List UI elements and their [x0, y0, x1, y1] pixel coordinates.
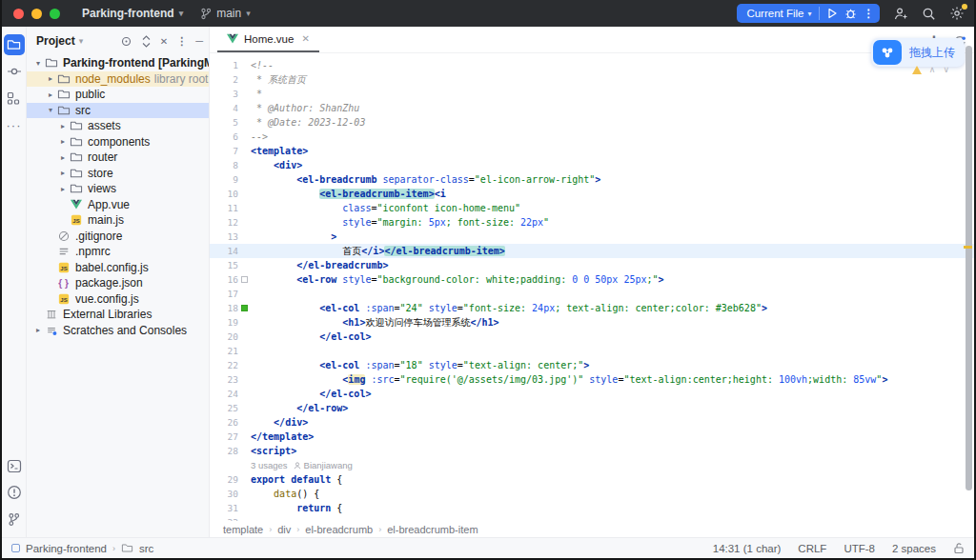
lock-icon[interactable]: [953, 542, 965, 554]
status-utf-8[interactable]: UTF-8: [844, 543, 875, 554]
status-folder: src: [139, 543, 153, 554]
tree-item-external-libraries[interactable]: External Libraries: [27, 307, 209, 323]
tree-item--npmrc[interactable]: .npmrc: [27, 244, 209, 260]
tree-item-components[interactable]: ▸components: [27, 134, 209, 150]
minimize-window-button[interactable]: [31, 9, 42, 19]
line-number: 7: [210, 144, 238, 158]
run-button[interactable]: [826, 8, 838, 19]
maximize-window-button[interactable]: [50, 9, 60, 19]
close-tab-icon[interactable]: ✕: [301, 33, 309, 44]
tree-item-parking-frontend[interactable]: ▾Parking-frontend [ParkingManagerV: [27, 55, 209, 71]
gutter-spacer: [238, 215, 251, 230]
tree-chevron-icon[interactable]: ▸: [57, 122, 69, 130]
close-window-button[interactable]: [13, 9, 24, 19]
status-14-31-1-char-[interactable]: 14:31 (1 char): [713, 543, 782, 554]
expand-collapse-button[interactable]: [141, 35, 152, 48]
panel-options-button[interactable]: ⋮: [176, 35, 187, 48]
code-line-2: 2 * 系统首页: [210, 72, 974, 87]
more-run-options-button[interactable]: ⋮: [864, 7, 875, 20]
tree-item-vue-config-js[interactable]: JSvue.config.js: [27, 291, 209, 308]
status-crlf[interactable]: CRLF: [798, 543, 826, 554]
tree-item-label: .npmrc: [75, 245, 111, 258]
hide-panel-button[interactable]: ─: [195, 35, 203, 47]
code-text: <el-col :span="18" style="text-align: ce…: [251, 358, 974, 372]
module-icon: [11, 544, 20, 552]
prev-problem-icon[interactable]: ∧: [929, 65, 936, 74]
inspections-widget[interactable]: ∧ ∨: [912, 65, 949, 74]
code-text: [251, 344, 974, 358]
tree-item-node-modules[interactable]: ▸node_moduleslibrary root: [27, 71, 209, 88]
tree-item-app-vue[interactable]: App.vue: [27, 197, 209, 213]
debug-button[interactable]: [844, 8, 857, 20]
inlay-hint-row: 3 usagesBianjiawang: [210, 458, 974, 472]
tree-chevron-icon[interactable]: ▾: [32, 59, 44, 68]
settings-button[interactable]: [949, 6, 965, 21]
tree-item-store[interactable]: ▸store: [27, 166, 209, 182]
tree-chevron-icon[interactable]: ▸: [45, 90, 56, 99]
tree-item-src[interactable]: ▾src: [27, 103, 209, 119]
tree-item-scratches-and-consoles[interactable]: ▸Scratches and Consoles: [27, 323, 209, 339]
project-selector[interactable]: Parking-frontend ▾: [73, 0, 192, 27]
warning-stripe-mark[interactable]: [964, 246, 972, 249]
tree-item-babel-config-js[interactable]: JSbabel.config.js: [27, 260, 209, 276]
more-tools-button[interactable]: ···: [4, 114, 25, 135]
gutter-spacer: [238, 87, 251, 101]
commit-tool-button[interactable]: [4, 61, 25, 82]
breadcrumb-el-breadcrumb[interactable]: el-breadcrumb: [305, 524, 373, 535]
status-path[interactable]: Parking-frontend › src: [11, 543, 153, 554]
branch-selector[interactable]: main ▾: [192, 0, 259, 27]
usages-hint[interactable]: 3 usages: [251, 458, 288, 472]
tree-item-package-json[interactable]: { }package.json: [27, 275, 209, 291]
code-text: * @Author: ShanZhu: [251, 101, 974, 115]
tree-chevron-icon[interactable]: ▸: [57, 169, 69, 177]
git-tool-button[interactable]: [4, 509, 25, 530]
text-icon: [58, 246, 70, 257]
drag-upload-overlay[interactable]: 拖拽上传: [871, 38, 965, 67]
tree-item-assets[interactable]: ▸assets: [27, 118, 209, 134]
code-editor[interactable]: 1<!--2 * 系统首页3 *4 * @Author: ShanZhu5 * …: [210, 53, 974, 521]
structure-tool-button[interactable]: [4, 88, 25, 109]
code-line-23: 23 <img :src="require('@/assets/img/03.j…: [210, 372, 974, 387]
scrollbar-thumb[interactable]: [966, 46, 972, 490]
select-opened-file-button[interactable]: [120, 35, 132, 48]
window-controls[interactable]: [2, 9, 73, 19]
project-tool-button[interactable]: [4, 34, 25, 55]
tree-item--gitignore[interactable]: .gitignore: [27, 229, 209, 245]
line-number: 17: [210, 287, 238, 301]
tree-item-main-js[interactable]: JSmain.js: [27, 212, 209, 229]
author-hint[interactable]: Bianjiawang: [294, 458, 353, 472]
code-line-27: 27</template>: [210, 430, 974, 444]
tree-item-public[interactable]: ▸public: [27, 87, 209, 103]
gutter-spacer: [238, 401, 251, 415]
collapse-all-button[interactable]: ✕: [160, 36, 168, 47]
breadcrumb-template[interactable]: template: [223, 524, 263, 535]
terminal-tool-button[interactable]: [4, 455, 25, 476]
breadcrumb-div[interactable]: div: [277, 524, 291, 535]
problems-tool-button[interactable]: [4, 482, 25, 503]
tree-chevron-icon[interactable]: ▸: [57, 137, 69, 146]
search-everywhere-button[interactable]: [922, 7, 936, 21]
folder-icon: [57, 73, 71, 85]
tree-item-views[interactable]: ▸views: [27, 181, 209, 197]
scratch-icon: [46, 325, 57, 336]
code-with-me-button[interactable]: [893, 7, 908, 21]
next-problem-icon[interactable]: ∨: [943, 65, 949, 74]
tree-item-router[interactable]: ▸router: [27, 150, 209, 166]
code-text: return {: [251, 501, 974, 515]
tree-chevron-icon[interactable]: ▸: [45, 74, 56, 83]
code-text: </el-row>: [251, 401, 974, 415]
tree-chevron-icon[interactable]: ▸: [57, 153, 69, 162]
code-line-31: 31 return {: [210, 501, 974, 515]
code-text: * @Date: 2023-12-03: [251, 115, 974, 130]
gutter-spacer: [238, 244, 251, 258]
breadcrumb-el-breadcrumb-item[interactable]: el-breadcrumb-item: [387, 524, 478, 535]
tab-home-vue[interactable]: Home.vue ✕: [217, 27, 319, 52]
gutter-spacer: [238, 387, 251, 401]
tree-chevron-icon[interactable]: ▾: [45, 106, 56, 114]
editor-scrollbar[interactable]: [966, 46, 972, 530]
gutter-spacer: [238, 501, 251, 515]
status-2-spaces[interactable]: 2 spaces: [892, 543, 936, 554]
tree-chevron-icon[interactable]: ▸: [32, 326, 44, 334]
run-config-selector[interactable]: Current File ▾: [746, 8, 811, 19]
tree-chevron-icon[interactable]: ▸: [57, 185, 69, 193]
